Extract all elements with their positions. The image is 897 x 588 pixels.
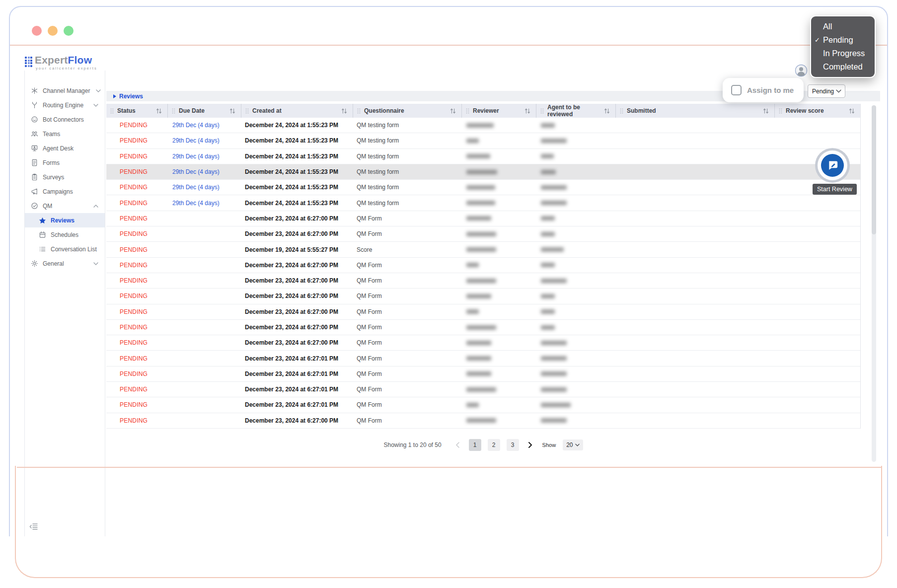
sidebar-item-bot-connectors[interactable]: Bot Connectors <box>25 112 105 127</box>
table-row[interactable]: PENDINGDecember 19, 2024 at 5:55:27 PMSc… <box>106 242 860 257</box>
table-row[interactable]: PENDINGDecember 23, 2024 at 6:27:01 PMQM… <box>106 382 860 397</box>
table-row[interactable]: PENDINGDecember 23, 2024 at 6:27:00 PMQM… <box>106 226 860 242</box>
scrollbar-thumb[interactable] <box>872 105 876 234</box>
sidebar-item-agent-desk[interactable]: Agent Desk <box>25 141 105 155</box>
table-row[interactable]: PENDINGDecember 23, 2024 at 6:27:00 PMQM… <box>106 211 860 226</box>
reviewer-cell <box>461 335 536 350</box>
drag-handle-icon[interactable] <box>245 108 249 114</box>
drag-handle-icon[interactable] <box>172 108 175 114</box>
assign-to-me-popover: Assign to me <box>723 78 804 102</box>
filter-option-completed[interactable]: Completed <box>811 60 875 74</box>
sidebar-item-teams[interactable]: Teams <box>25 127 105 141</box>
status-filter-select[interactable]: Pending <box>808 84 845 98</box>
page-button-3[interactable]: 3 <box>507 439 519 451</box>
review-score-cell <box>774 367 860 381</box>
breadcrumb-arrow-icon <box>113 94 116 98</box>
questionnaire-cell: QM testing form <box>353 180 461 195</box>
sidebar-item-forms[interactable]: Forms <box>25 155 105 170</box>
redacted-text <box>466 139 479 143</box>
filter-option-pending[interactable]: ✓Pending <box>811 33 875 47</box>
column-label: Created at <box>252 107 282 114</box>
sort-icon[interactable] <box>449 108 456 114</box>
channel-manager-icon <box>30 87 38 94</box>
table-row[interactable]: PENDINGDecember 23, 2024 at 6:27:00 PMQM… <box>106 413 860 429</box>
sort-icon[interactable] <box>341 108 348 114</box>
sort-icon[interactable] <box>762 108 769 114</box>
sidebar-item-label: Conversation List <box>51 246 97 253</box>
start-review-button[interactable] <box>815 148 850 183</box>
assign-to-me-checkbox[interactable] <box>731 85 742 95</box>
star-icon <box>38 217 46 224</box>
column-header-due-date[interactable]: Due Date <box>167 104 241 118</box>
content-bottom-divider <box>17 467 882 468</box>
due-date-link[interactable]: 29th Dec (4 days) <box>172 137 220 144</box>
drag-handle-icon[interactable] <box>110 108 114 114</box>
column-header-created-at[interactable]: Created at <box>241 104 353 118</box>
reviewer-cell <box>461 242 536 257</box>
sidebar-item-channel-manager[interactable]: Channel Manager <box>25 83 105 98</box>
previous-page-icon[interactable] <box>453 442 462 448</box>
due-date-cell <box>167 351 241 366</box>
table-row[interactable]: PENDING29th Dec (4 days)December 24, 202… <box>106 133 860 148</box>
sort-icon[interactable] <box>155 108 162 114</box>
sidebar-item-qm[interactable]: QM <box>25 199 105 213</box>
column-header-submitted[interactable]: Submitted <box>615 104 774 118</box>
drag-handle-icon[interactable] <box>357 108 361 114</box>
due-date-link[interactable]: 29th Dec (4 days) <box>172 184 220 191</box>
created-at-cell: December 23, 2024 at 6:27:00 PM <box>241 226 353 241</box>
table-row[interactable]: PENDINGDecember 23, 2024 at 6:27:00 PMQM… <box>106 335 860 351</box>
due-date-link[interactable]: 29th Dec (4 days) <box>172 168 220 175</box>
table-row[interactable]: PENDINGDecember 23, 2024 at 6:27:01 PMQM… <box>106 351 860 366</box>
sidebar-item-reviews[interactable]: Reviews <box>25 213 105 227</box>
sidebar-item-routing-engine[interactable]: Routing Engine <box>25 98 105 112</box>
table-row[interactable]: PENDING29th Dec (4 days)December 24, 202… <box>106 118 860 133</box>
minimize-window-button[interactable] <box>48 26 58 36</box>
column-header-reviewer[interactable]: Reviewer <box>461 104 536 118</box>
page-size-select[interactable]: 20 <box>563 440 583 450</box>
sort-icon[interactable] <box>848 108 855 114</box>
sort-icon[interactable] <box>603 108 610 114</box>
collapse-sidebar-icon[interactable] <box>29 523 38 530</box>
column-header-review-score[interactable]: Review score <box>774 104 860 118</box>
sidebar-item-schedules[interactable]: Schedules <box>25 227 105 242</box>
table-row[interactable]: PENDING29th Dec (4 days)December 24, 202… <box>106 180 860 195</box>
column-header-agent-to-be-reviewed[interactable]: Agent to be reviewed <box>536 104 615 118</box>
table-row[interactable]: PENDINGDecember 23, 2024 at 6:27:00 PMQM… <box>106 258 860 273</box>
drag-handle-icon[interactable] <box>620 108 623 114</box>
table-row[interactable]: PENDINGDecember 23, 2024 at 6:27:00 PMQM… <box>106 304 860 320</box>
reviewer-cell <box>461 273 536 288</box>
table-row[interactable]: PENDING29th Dec (4 days)December 24, 202… <box>106 195 860 211</box>
drag-handle-icon[interactable] <box>779 108 782 114</box>
close-window-button[interactable] <box>32 26 42 36</box>
page-button-1[interactable]: 1 <box>469 439 481 451</box>
due-date-link[interactable]: 29th Dec (4 days) <box>172 122 220 129</box>
table-body: PENDING29th Dec (4 days)December 24, 202… <box>106 118 860 429</box>
table-row[interactable]: PENDING29th Dec (4 days)December 24, 202… <box>106 164 860 180</box>
table-row[interactable]: PENDING29th Dec (4 days)December 24, 202… <box>106 149 860 164</box>
sort-icon[interactable] <box>229 108 236 114</box>
filter-option-all[interactable]: All <box>811 20 875 33</box>
sidebar-item-surveys[interactable]: Surveys <box>25 170 105 184</box>
sidebar-item-campaigns[interactable]: Campaigns <box>25 184 105 199</box>
due-date-link[interactable]: 29th Dec (4 days) <box>172 153 220 160</box>
column-header-status[interactable]: Status <box>106 104 167 118</box>
column-header-questionnaire[interactable]: Questionnaire <box>353 104 461 118</box>
sort-icon[interactable] <box>524 108 531 114</box>
table-row[interactable]: PENDINGDecember 23, 2024 at 6:27:01 PMQM… <box>106 367 860 382</box>
filter-option-in-progress[interactable]: In Progress <box>811 47 875 60</box>
table-row[interactable]: PENDINGDecember 23, 2024 at 6:27:01 PMQM… <box>106 397 860 413</box>
due-date-link[interactable]: 29th Dec (4 days) <box>172 200 220 207</box>
page-button-2[interactable]: 2 <box>488 439 500 451</box>
next-page-icon[interactable] <box>526 442 534 448</box>
sidebar-item-conversation-list[interactable]: Conversation List <box>25 242 105 256</box>
chevron-down-icon <box>94 89 102 92</box>
table-row[interactable]: PENDINGDecember 23, 2024 at 6:27:00 PMQM… <box>106 289 860 304</box>
questionnaire-cell: QM Form <box>353 397 461 412</box>
table-row[interactable]: PENDINGDecember 23, 2024 at 6:27:00 PMQM… <box>106 320 860 335</box>
drag-handle-icon[interactable] <box>466 108 469 114</box>
table-row[interactable]: PENDINGDecember 23, 2024 at 6:27:00 PMQM… <box>106 273 860 289</box>
drag-handle-icon[interactable] <box>540 108 544 114</box>
agent-cell <box>536 258 615 273</box>
sidebar-item-general[interactable]: General <box>25 256 105 271</box>
zoom-window-button[interactable] <box>64 26 74 36</box>
